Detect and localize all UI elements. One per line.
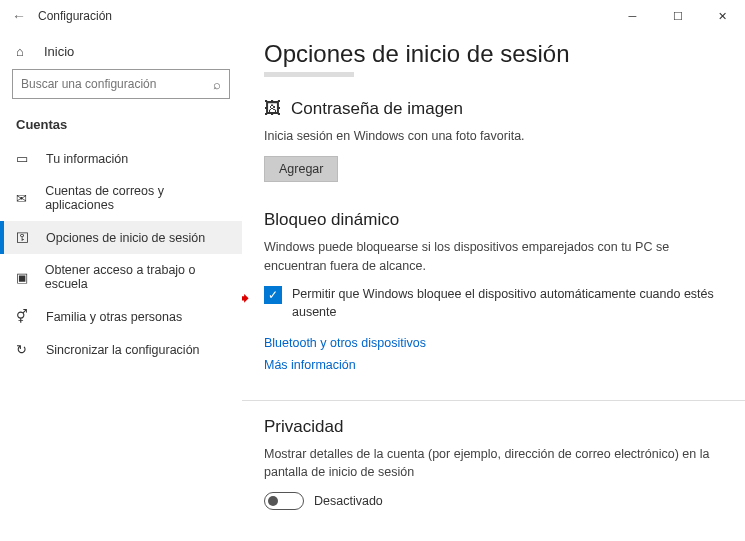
briefcase-icon: ▣ — [16, 270, 31, 285]
home-nav[interactable]: ⌂ Inicio — [12, 38, 230, 69]
picture-password-desc: Inicia sesión en Windows con una foto fa… — [264, 127, 715, 146]
sidebar-item-label: Sincronizar la configuración — [46, 343, 200, 357]
user-card-icon: ▭ — [16, 151, 32, 166]
sidebar-item-label: Familia y otras personas — [46, 310, 182, 324]
privacy-title: Privacidad — [264, 417, 715, 437]
sidebar-item-sync[interactable]: ↻ Sincronizar la configuración — [0, 333, 242, 366]
title-underline — [264, 72, 354, 77]
sidebar-item-label: Opciones de inicio de sesión — [46, 231, 205, 245]
sidebar-item-label: Tu información — [46, 152, 128, 166]
dynamic-lock-checkbox-label: Permitir que Windows bloquee el disposit… — [292, 285, 715, 321]
dynamic-lock-checkbox[interactable]: ✓ — [264, 286, 282, 304]
search-icon: ⌕ — [213, 77, 221, 92]
key-icon: ⚿ — [16, 230, 32, 245]
arrow-annotation: ➡ — [242, 287, 249, 309]
sidebar-item-family[interactable]: ⚥ Familia y otras personas — [0, 300, 242, 333]
picture-icon: 🖼 — [264, 99, 281, 119]
home-icon: ⌂ — [16, 44, 32, 59]
divider — [242, 400, 745, 401]
search-box[interactable]: ⌕ — [12, 69, 230, 99]
sidebar-item-email-accounts[interactable]: ✉ Cuentas de correos y aplicaciones — [0, 175, 242, 221]
sync-icon: ↻ — [16, 342, 32, 357]
sidebar-item-work-school[interactable]: ▣ Obtener acceso a trabajo o escuela — [0, 254, 242, 300]
back-button[interactable]: ← — [12, 8, 32, 24]
mail-icon: ✉ — [16, 191, 31, 206]
sidebar-section-title: Cuentas — [12, 113, 230, 142]
privacy-toggle-label: Desactivado — [314, 494, 383, 508]
sidebar-item-label: Cuentas de correos y aplicaciones — [45, 184, 226, 212]
toggle-knob — [268, 496, 278, 506]
dynamic-lock-desc: Windows puede bloquearse si los disposit… — [264, 238, 715, 276]
search-input[interactable] — [21, 77, 213, 91]
picture-password-title: Contraseña de imagen — [291, 99, 463, 119]
dynamic-lock-title: Bloqueo dinámico — [264, 210, 715, 230]
window-title: Configuración — [32, 9, 112, 23]
page-title: Opciones de inicio de sesión — [264, 40, 715, 68]
sidebar-item-your-info[interactable]: ▭ Tu información — [0, 142, 242, 175]
privacy-desc: Mostrar detalles de la cuenta (por ejemp… — [264, 445, 715, 483]
sidebar-item-signin-options[interactable]: ⚿ Opciones de inicio de sesión — [0, 221, 242, 254]
bluetooth-link[interactable]: Bluetooth y otros dispositivos — [264, 336, 715, 350]
close-button[interactable]: ✕ — [700, 0, 745, 32]
add-picture-password-button[interactable]: Agregar — [264, 156, 338, 182]
people-icon: ⚥ — [16, 309, 32, 324]
maximize-button[interactable]: ☐ — [655, 0, 700, 32]
home-label: Inicio — [44, 44, 74, 59]
more-info-link[interactable]: Más información — [264, 358, 715, 372]
sidebar-item-label: Obtener acceso a trabajo o escuela — [45, 263, 226, 291]
minimize-button[interactable]: ─ — [610, 0, 655, 32]
privacy-toggle[interactable] — [264, 492, 304, 510]
